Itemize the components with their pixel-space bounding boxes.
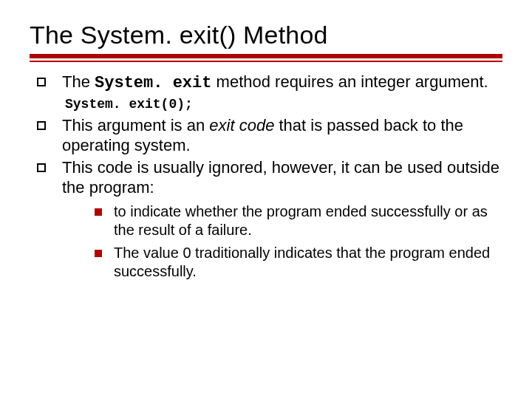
bullet-3-text: This code is usually ignored, however, i…	[62, 158, 499, 197]
sub-bullet-list: to indicate whether the program ended su…	[62, 202, 502, 281]
sub-bullet-2: The value 0 traditionally indicates that…	[92, 244, 502, 281]
rule-thin	[30, 61, 502, 62]
bullet-1-pre: The	[62, 72, 95, 91]
code-example: System. exit(0);	[65, 97, 502, 112]
bullet-1-code: System. exit	[95, 74, 211, 92]
bullet-3: This code is usually ignored, however, i…	[33, 158, 502, 281]
title-underline	[30, 54, 502, 62]
slide-title: The System. exit() Method	[30, 21, 502, 50]
bullet-2: This argument is an exit code that is pa…	[33, 116, 502, 156]
rule-thick	[30, 54, 502, 58]
slide: The System. exit() Method The System. ex…	[0, 0, 532, 399]
bullet-2-pre: This argument is an	[62, 116, 209, 134]
bullet-1-post: method requires an integer argument.	[211, 72, 488, 91]
bullet-1: The System. exit method requires an inte…	[33, 72, 502, 94]
sub-bullet-1: to indicate whether the program ended su…	[92, 202, 502, 239]
bullet-2-em: exit code	[209, 116, 274, 134]
bullet-list: The System. exit method requires an inte…	[30, 72, 502, 281]
